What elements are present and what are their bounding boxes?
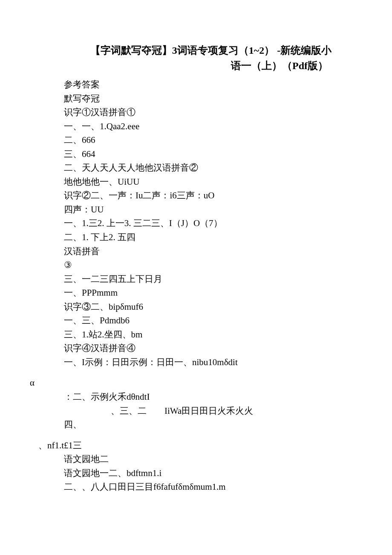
body-line: 语文园地二 (64, 452, 358, 466)
body-line: 地他地他一、UiUU (64, 175, 358, 189)
title-block: 【字词默写夺冠】3词语专项复习（1~2） -新统编版小 语一（上）（Pdf版） (64, 43, 358, 73)
body-line (64, 369, 358, 376)
body-lines: 参考答案 默写夺冠 识字①汉语拼音① 一、一、1.Qaa2.eee 二、666 … (64, 78, 358, 494)
body-line: ③ (64, 258, 358, 272)
body-line: 二、1. 下上2. 五四 (64, 230, 358, 244)
body-line: 一、PPPmmm (64, 286, 358, 300)
body-line: 语文园地一二、bdftmn1.i (64, 466, 358, 480)
body-line: 二、、八人口田日三目f6fafufδmδmum1.m (64, 480, 358, 494)
body-line: 三、664 (64, 147, 358, 161)
body-line: 四声：UU (64, 203, 358, 217)
document-page: 【字词默写夺冠】3词语专项复习（1~2） -新统编版小 语一（上）（Pdf版） … (0, 0, 392, 515)
body-line: 一、一、1.Qaa2.eee (64, 119, 358, 134)
body-line: 识字④汉语拼音④ (64, 341, 358, 355)
body-line: 识字②二、一声：Iu二声：i6三声：uO (64, 189, 358, 203)
body-line: 一、三、Pdmdb6 (64, 314, 358, 328)
body-line: ：二、示例火禾dθndtI (64, 390, 358, 404)
body-line: 四、 (64, 418, 358, 432)
title-line-1: 【字词默写夺冠】3词语专项复习（1~2） -新统编版小 (64, 43, 358, 58)
body-line: 一、1.三2. 上一3. 三二三、I（J）O（7） (64, 216, 358, 230)
body-line: 默写夺冠 (64, 92, 358, 106)
body-line: 二、天人天人天人地他汉语拼音② (64, 161, 358, 175)
body-line: α (30, 376, 358, 390)
body-line: 汉语拼音 (64, 244, 358, 259)
body-line: 参考答案 (64, 78, 358, 92)
body-line: 三、一二三四五上下日月 (64, 272, 358, 286)
title-line-2: 语一（上）（Pdf版） (64, 58, 358, 73)
body-line: 、三、二 IiWa田日田日火禾火火 (111, 404, 358, 418)
body-line: 三、1.站2.坐四、bm (64, 328, 358, 342)
body-line (64, 432, 358, 439)
body-line: 识字③二、bipδmuf6 (64, 300, 358, 314)
body-line: 一、I示例：日田示例：日田一、nibu10mδdit (64, 355, 358, 369)
body-line: 二、666 (64, 133, 358, 147)
body-line: 、nf1.t£1三 (38, 439, 358, 453)
body-line: 识字①汉语拼音① (64, 105, 358, 119)
